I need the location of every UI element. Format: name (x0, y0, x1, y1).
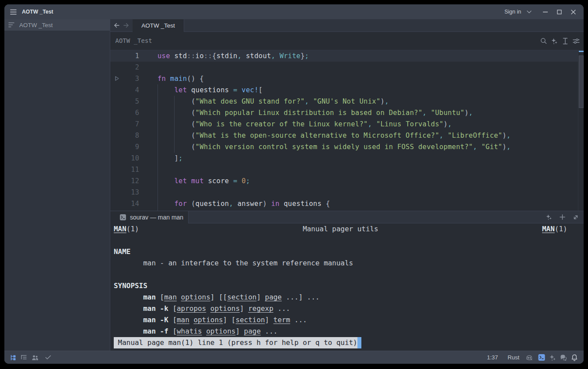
minimize-icon[interactable] (541, 7, 550, 16)
close-icon[interactable] (569, 7, 578, 16)
terminal-row-7: man [man options] [[section] page ...] .… (114, 292, 319, 303)
terminal-row-6: SYNOPSIS (114, 280, 147, 292)
code-line-7: ("Who is the creator of the Linux kernel… (158, 118, 452, 130)
line-number: 2 (113, 62, 139, 73)
search-icon[interactable] (540, 38, 547, 45)
line-number: 8 (113, 130, 139, 141)
line-number: 6 (113, 107, 139, 118)
copilot-disabled-icon[interactable] (526, 354, 533, 361)
line-number: 7 (113, 118, 139, 130)
expand-panel-icon[interactable] (572, 214, 579, 221)
terminal-row-1: MAN(1) Manual pager utils MAN(1) (114, 223, 567, 235)
scrollbar-thumb[interactable] (579, 56, 584, 108)
chat-panel-icon[interactable] (560, 354, 567, 361)
code-line-10: ]; (158, 153, 183, 164)
code-line-4: let questions = vec![ (158, 84, 262, 96)
project-root-item[interactable]: AOTW _Test (4, 19, 110, 31)
language-selector[interactable]: Rust (508, 354, 519, 361)
line-number: 4 (113, 84, 139, 96)
terminal-tab-label: sourav — man man (130, 214, 183, 221)
terminal-row-11: Manual page man(1) line 1 (press h for h… (114, 337, 361, 348)
hamburger-menu-icon[interactable] (9, 7, 18, 16)
run-button-icon[interactable] (115, 75, 119, 83)
code-line-8: ("What is the open-source alternative to… (158, 130, 511, 141)
sign-in-button[interactable]: Sign in (504, 4, 521, 19)
code-line-9: ("Which version control system is widely… (158, 141, 511, 153)
indent-guide (174, 96, 175, 153)
terminal-icon (119, 214, 126, 221)
project-panel-icon[interactable] (10, 354, 17, 361)
window-title: AOTW _Test (22, 4, 53, 19)
code-line-5: ("What does GNU stand for?", "GNU's Not … (158, 96, 389, 107)
terminal-panel-icon[interactable] (538, 354, 545, 361)
editor-controls-icon[interactable] (573, 38, 580, 45)
terminal-row-3: NAME (114, 246, 130, 258)
terminal-row-10: man -f [whatis options] page ... (114, 326, 277, 337)
collab-panel-icon[interactable] (32, 354, 38, 361)
new-terminal-plus-icon[interactable] (559, 214, 566, 221)
tab-nav-buttons (110, 19, 133, 31)
line-number: 10 (113, 153, 139, 164)
status-bar: 1:37 Rust (4, 351, 584, 364)
cursor-position[interactable]: 1:37 (487, 354, 498, 361)
zed-window: AOTW _Test Sign in (4, 4, 584, 364)
project-panel: AOTW _Test (4, 19, 110, 351)
line-number: 5 (113, 96, 139, 107)
terminal-tab-bar: sourav — man man (110, 211, 584, 223)
project-list-icon (8, 21, 15, 28)
line-number: 9 (113, 141, 139, 153)
editor-toolbar: AOTW _Test (110, 32, 584, 50)
line-number: 12 (113, 175, 139, 187)
editor-scrollbar[interactable] (578, 50, 584, 211)
code-line-14: for (question, answer) in questions { (158, 198, 330, 209)
code-line-1: use std::io::{stdin, stdout, Write}; (158, 50, 309, 62)
line-number: 13 (113, 187, 139, 198)
terminal-tab[interactable]: sourav — man man (110, 211, 189, 223)
indent-guide (158, 84, 158, 211)
scrollbar-cursor-mark (579, 51, 584, 52)
code-line-12: let mut score = 0; (158, 175, 250, 187)
screen: AOTW _Test Sign in (0, 0, 588, 369)
code-line-6: ("Which popular Linux distribution is ba… (158, 107, 473, 118)
project-root-label: AOTW _Test (19, 22, 53, 28)
terminal-row-8: man -k [apropos options] regexp ... (114, 303, 290, 314)
tab-label: AOTW _Test (141, 22, 175, 29)
outline-panel-icon[interactable] (21, 354, 28, 361)
terminal-row-9: man -K [man options] [section] term ... (114, 314, 307, 326)
line-number: 14 (113, 198, 139, 209)
code-line-3: fn main() { (158, 73, 204, 84)
ai-sparkle-icon[interactable] (551, 38, 558, 45)
notifications-bell-icon[interactable] (571, 354, 578, 361)
chevron-down-icon[interactable] (525, 7, 533, 16)
back-arrow-icon[interactable] (112, 21, 121, 30)
editor-tab-bar: AOTW _Test (110, 19, 584, 32)
terminal-ai-sparkle-icon[interactable] (545, 214, 552, 221)
tab-aotw-test[interactable]: AOTW _Test (133, 19, 184, 32)
breadcrumb[interactable]: AOTW _Test (116, 32, 152, 50)
line-number: 11 (113, 164, 139, 175)
forward-arrow-icon[interactable] (122, 21, 130, 30)
ai-assistant-icon[interactable] (549, 354, 556, 361)
maximize-icon[interactable] (555, 7, 564, 16)
line-number: 1 (113, 50, 139, 62)
code-editor[interactable]: 1234567891011121314 use std::io::{stdin,… (110, 50, 584, 211)
title-bar: AOTW _Test Sign in (4, 4, 584, 19)
diagnostics-check-icon[interactable] (45, 354, 52, 361)
edit-prediction-icon[interactable] (562, 38, 569, 45)
terminal-row-4: man - an interface to the system referen… (114, 258, 353, 269)
terminal-output[interactable]: MAN(1) Manual pager utils MAN(1)NAME man… (110, 223, 584, 351)
